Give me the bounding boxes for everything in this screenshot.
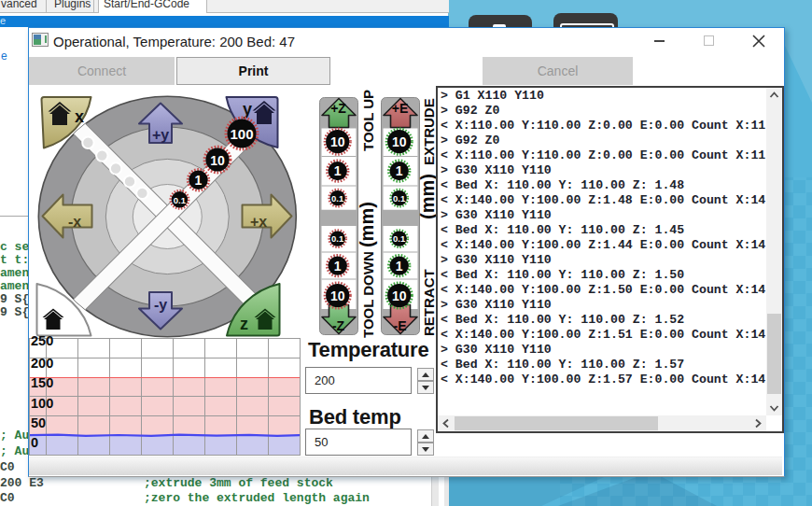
- svg-text:10: 10: [330, 288, 345, 303]
- svg-text:RETRACT: RETRACT: [421, 269, 436, 336]
- svg-text:10: 10: [392, 134, 407, 149]
- svg-text:1: 1: [334, 163, 342, 178]
- svg-text:10: 10: [392, 288, 407, 303]
- svg-text:1: 1: [195, 173, 203, 188]
- svg-text:-Z: -Z: [332, 318, 345, 333]
- svg-text:10: 10: [330, 134, 345, 149]
- svg-text:0.1: 0.1: [393, 233, 406, 244]
- svg-text:-x: -x: [68, 214, 81, 230]
- svg-text:EXTRUDE: EXTRUDE: [421, 98, 436, 165]
- svg-text:+Z: +Z: [330, 101, 346, 116]
- svg-text:-E: -E: [394, 318, 407, 333]
- svg-text:+E: +E: [392, 101, 409, 116]
- svg-text:0.1: 0.1: [174, 195, 187, 205]
- svg-text:0.1: 0.1: [331, 233, 344, 244]
- svg-text:(mm): (mm): [417, 174, 436, 219]
- svg-text:+x: +x: [250, 214, 267, 230]
- svg-text:y: y: [243, 100, 252, 119]
- svg-text:TOOL DOWN (mm): TOOL DOWN (mm): [357, 202, 377, 338]
- svg-text:0.1: 0.1: [393, 193, 406, 204]
- svg-text:0.1: 0.1: [331, 193, 344, 204]
- svg-text:10: 10: [210, 153, 225, 168]
- svg-text:x: x: [75, 107, 84, 126]
- svg-text:100: 100: [230, 126, 253, 142]
- svg-text:+y: +y: [152, 127, 169, 143]
- svg-text:1: 1: [334, 259, 342, 274]
- svg-text:-y: -y: [154, 297, 167, 313]
- svg-text:1: 1: [396, 163, 403, 178]
- svg-text:z: z: [240, 315, 248, 333]
- svg-text:1: 1: [396, 259, 403, 274]
- svg-text:TOOL UP: TOOL UP: [360, 90, 376, 151]
